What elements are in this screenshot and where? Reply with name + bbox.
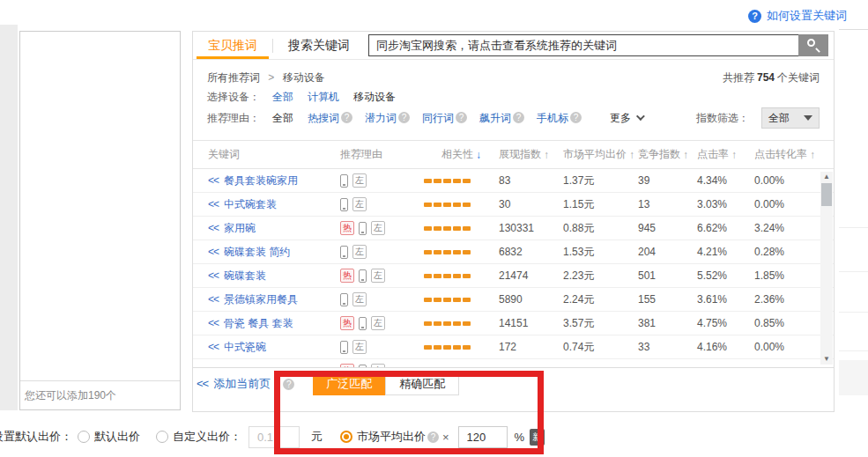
device-option-all[interactable]: 全部: [272, 87, 293, 107]
left-badge-icon: 左: [352, 173, 367, 188]
keyword-link[interactable]: <<骨瓷 餐具 套装: [193, 316, 340, 331]
ctr-value: 4.34%: [697, 174, 754, 187]
tab-item-recommend[interactable]: 宝贝推词: [197, 32, 269, 59]
scrollbar-thumb[interactable]: [821, 183, 832, 206]
reason-option-all[interactable]: 全部: [272, 108, 293, 128]
reason-icons: 左: [340, 245, 424, 259]
hot-badge-icon: 热: [340, 221, 354, 235]
mobile-device-icon: [359, 365, 367, 369]
scroll-down-icon[interactable]: [820, 354, 833, 365]
custom-bid-input[interactable]: [249, 426, 300, 448]
reason-mobile-tag-label[interactable]: 手机标: [537, 108, 568, 128]
sort-asc-icon[interactable]: ↑: [629, 149, 634, 161]
mobile-device-icon: [359, 317, 367, 330]
left-badge-icon: 左: [352, 292, 367, 306]
column-header[interactable]: 市场平均出价↑: [563, 147, 638, 162]
reason-peer-label[interactable]: 同行词: [422, 108, 454, 128]
device-option-pc[interactable]: 计算机: [308, 87, 339, 107]
reason-option-mobile-tag[interactable]: 手机标: [537, 108, 582, 128]
keyword-link[interactable]: <<碗碟套装: [193, 269, 340, 284]
column-header[interactable]: 展现指数↑: [499, 147, 563, 162]
table-row: <<景德镇家用餐具左58902.24元1553.61%2.36%: [193, 288, 834, 312]
keyword-link[interactable]: <<景德镇家用餐具: [193, 292, 340, 307]
column-header[interactable]: 相关性↓: [424, 147, 499, 162]
ctr-value: 4.16%: [697, 341, 754, 353]
index-filter-value: 全部: [768, 108, 790, 128]
custom-bid-option[interactable]: 自定义出价：: [156, 429, 241, 445]
tab-search-keywords[interactable]: 搜索关键词: [277, 32, 361, 59]
more-label[interactable]: 更多: [610, 108, 631, 128]
impressions-value: 5890: [499, 293, 563, 306]
radio-default-bid[interactable]: [78, 431, 90, 443]
exact-match-button[interactable]: 精确匹配: [385, 372, 459, 395]
reason-option-hot[interactable]: 热搜词: [308, 108, 352, 128]
percent-input[interactable]: [458, 426, 508, 448]
help-icon[interactable]: [398, 112, 410, 123]
sort-desc-icon[interactable]: ↓: [476, 149, 481, 161]
help-icon[interactable]: [456, 112, 467, 123]
reason-potential-label[interactable]: 潜力词: [365, 108, 397, 128]
keyword-link[interactable]: <<碗碟套装 简约: [193, 245, 340, 260]
add-current-page-link[interactable]: <<添加当前页: [197, 376, 271, 392]
more-filters-toggle[interactable]: 更多: [610, 108, 642, 128]
divider: [839, 350, 868, 351]
reason-icons: 左: [340, 340, 424, 354]
avg-price-value: 1.15元: [563, 197, 638, 212]
add-arrows-icon: <<: [208, 317, 219, 329]
help-icon[interactable]: [570, 112, 582, 123]
reason-option-peer[interactable]: 同行词: [422, 108, 467, 128]
relevance-bars: [424, 179, 499, 183]
add-current-page-label[interactable]: 添加当前页: [213, 377, 271, 390]
keyword-link[interactable]: <<中式碗套装: [193, 197, 340, 212]
keyword-link[interactable]: <<家用碗: [193, 221, 340, 236]
reason-hot-label[interactable]: 热搜词: [308, 108, 339, 128]
keyword-search-input[interactable]: [368, 34, 798, 56]
ctr-value: 4.75%: [697, 317, 754, 329]
market-price-label[interactable]: 市场平均出价: [357, 429, 426, 445]
help-icon[interactable]: [341, 112, 352, 123]
radio-market-price[interactable]: [340, 431, 352, 443]
breadcrumb-parent[interactable]: 所有推荐词: [207, 71, 260, 84]
right-cutoff-panel: [839, 29, 868, 394]
sort-asc-icon[interactable]: ↑: [544, 149, 549, 161]
table-row: 热左—: [193, 359, 834, 368]
mobile-device-icon: [359, 222, 367, 235]
reason-icons: 热左: [340, 269, 424, 283]
column-header[interactable]: 竞争指数↑: [638, 147, 697, 162]
scroll-up-icon[interactable]: [820, 172, 833, 182]
default-bid-option[interactable]: 默认出价: [78, 429, 140, 445]
sort-asc-icon[interactable]: ↑: [810, 149, 815, 161]
reason-rising-label[interactable]: 飙升词: [479, 108, 511, 128]
competition-value: 155: [638, 293, 697, 306]
device-option-mobile[interactable]: 移动设备: [353, 87, 396, 107]
default-bid-label[interactable]: 默认出价: [94, 429, 140, 445]
column-header[interactable]: 点击率↑: [697, 147, 754, 162]
custom-bid-label[interactable]: 自定义出价：: [173, 429, 241, 445]
help-icon[interactable]: [427, 431, 439, 443]
hot-badge-icon: 热: [340, 269, 354, 283]
sort-asc-icon[interactable]: ↑: [683, 149, 688, 161]
sort-asc-icon[interactable]: ↑: [731, 149, 737, 161]
column-header[interactable]: 点击转化率↑: [754, 147, 834, 162]
reason-option-rising[interactable]: 飙升词: [479, 108, 524, 128]
avg-price-value: 2.24元: [563, 292, 638, 307]
help-icon[interactable]: [283, 379, 294, 390]
reason-option-potential[interactable]: 潜力词: [365, 108, 410, 128]
keyword-link[interactable]: <<餐具套装碗家用: [193, 173, 340, 188]
table-header: 关键词推荐理由相关性↓展现指数↑市场平均出价↑竞争指数↑点击率↑点击转化率↑: [193, 140, 834, 169]
vertical-scrollbar[interactable]: [820, 172, 833, 365]
keyword-link[interactable]: <<中式瓷碗: [193, 340, 340, 355]
divider: [839, 227, 868, 228]
how-to-set-keywords-link[interactable]: 如何设置关键词: [748, 8, 847, 24]
help-link-label[interactable]: 如何设置关键词: [767, 8, 847, 24]
competition-value: 13: [638, 198, 697, 210]
broad-match-button[interactable]: 广泛匹配: [313, 372, 385, 395]
reason-filter-row: 推荐理由： 全部 热搜词 潜力词 同行词 飙升词 手机标: [207, 107, 820, 129]
index-filter-dropdown[interactable]: 全部: [761, 107, 820, 129]
keyword-search-box: [368, 34, 828, 56]
radio-custom-bid[interactable]: [156, 431, 168, 443]
search-button[interactable]: [798, 34, 828, 56]
help-icon[interactable]: [513, 112, 524, 123]
market-price-option[interactable]: 市场平均出价: [340, 429, 439, 445]
relevance-bars: [424, 203, 499, 207]
